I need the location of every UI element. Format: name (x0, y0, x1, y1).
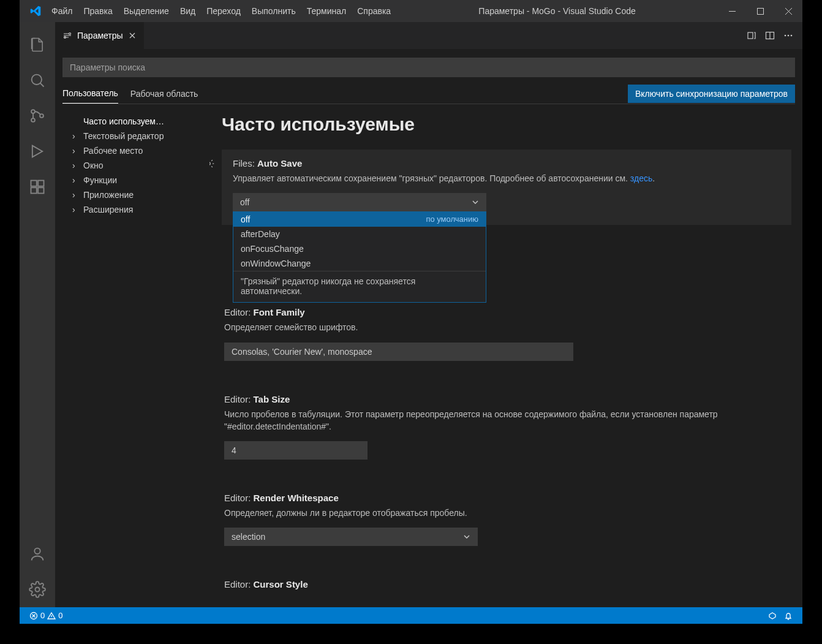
run-debug-icon[interactable] (20, 134, 55, 169)
whitespace-select[interactable]: selection (224, 528, 478, 546)
svg-rect-6 (31, 181, 37, 186)
gear-icon[interactable] (209, 158, 214, 169)
section-title: Часто используемые (222, 114, 791, 135)
tab-bar: Параметры (55, 22, 802, 49)
open-changes-icon[interactable] (742, 26, 761, 45)
toc-features[interactable]: ›Функции (62, 173, 203, 188)
settings-toc: Часто используем… ›Текстовый редактор ›Р… (62, 114, 209, 607)
svg-point-4 (31, 118, 35, 122)
option-onwindowchange[interactable]: onWindowChange (233, 256, 486, 271)
toc-workbench[interactable]: ›Рабочее место (62, 143, 203, 158)
chevron-right-icon: › (72, 146, 75, 156)
extensions-icon[interactable] (20, 169, 55, 205)
statusbar: 0 0 (20, 607, 802, 624)
chevron-down-icon (472, 199, 479, 206)
settings-scope-tabs: Пользователь Рабочая область Включить си… (62, 83, 795, 104)
vscode-logo-icon (25, 6, 46, 17)
toc-application[interactable]: ›Приложение (62, 188, 203, 202)
menu-view[interactable]: Вид (175, 0, 201, 22)
svg-point-17 (788, 35, 790, 37)
svg-point-12 (69, 33, 71, 35)
settings-content[interactable]: Часто используемые Files: Auto Save Упра… (209, 114, 795, 607)
close-icon[interactable] (128, 31, 137, 40)
search-input[interactable] (62, 58, 795, 77)
tabsize-label: Editor: Tab Size (224, 394, 789, 404)
autosave-select[interactable]: off offпо умолчанию afterDelay onFocusCh… (233, 193, 486, 211)
settings-icon (62, 31, 72, 40)
tab-label: Параметры (77, 31, 123, 40)
option-onfocuschange[interactable]: onFocusChange (233, 241, 486, 256)
source-control-icon[interactable] (20, 98, 55, 134)
autosave-label: Files: Auto Save (233, 158, 780, 169)
whitespace-label: Editor: Render Whitespace (224, 493, 789, 503)
cursor-label: Editor: Cursor Style (224, 579, 789, 589)
autosave-dropdown: offпо умолчанию afterDelay onFocusChange… (233, 211, 486, 303)
menu-terminal[interactable]: Терминал (301, 0, 352, 22)
menu-edit[interactable]: Правка (78, 0, 118, 22)
svg-point-19 (209, 162, 210, 165)
setting-whitespace: Editor: Render Whitespace Определяет, до… (222, 484, 791, 559)
close-button[interactable] (774, 0, 802, 22)
setting-cursor: Editor: Cursor Style (222, 570, 791, 607)
toc-text-editor[interactable]: ›Текстовый редактор (62, 129, 203, 143)
minimize-button[interactable] (718, 0, 746, 22)
chevron-right-icon: › (72, 161, 75, 170)
accounts-icon[interactable] (20, 536, 55, 572)
window-title: Параметры - MoGo - Visual Studio Code (396, 6, 718, 16)
svg-rect-1 (757, 8, 763, 14)
svg-point-3 (31, 110, 35, 113)
tab-settings[interactable]: Параметры (55, 22, 144, 49)
menubar: Файл Правка Выделение Вид Переход Выполн… (46, 0, 396, 22)
status-feedback[interactable] (764, 612, 780, 620)
svg-rect-7 (31, 188, 37, 193)
option-off[interactable]: offпо умолчанию (233, 212, 486, 227)
scope-user-tab[interactable]: Пользователь (62, 83, 118, 104)
svg-point-18 (791, 35, 793, 37)
toc-window[interactable]: ›Окно (62, 158, 203, 173)
svg-rect-9 (38, 181, 43, 186)
svg-rect-0 (729, 11, 736, 12)
menu-selection[interactable]: Выделение (118, 0, 175, 22)
bell-icon (784, 612, 793, 620)
setting-tabsize: Editor: Tab Size Число пробелов в табуля… (222, 385, 791, 474)
menu-run[interactable]: Выполнить (246, 0, 301, 22)
chevron-right-icon: › (72, 205, 75, 214)
menu-help[interactable]: Справка (352, 0, 396, 22)
warning-icon (47, 612, 56, 620)
svg-rect-8 (38, 188, 43, 193)
svg-point-10 (34, 548, 40, 554)
chevron-right-icon: › (72, 175, 75, 185)
chevron-right-icon: › (72, 131, 75, 141)
fontfamily-label: Editor: Font Family (224, 307, 789, 317)
menu-go[interactable]: Переход (201, 0, 246, 22)
svg-point-11 (36, 588, 40, 592)
option-afterdelay[interactable]: afterDelay (233, 227, 486, 241)
toc-extensions[interactable]: ›Расширения (62, 202, 203, 217)
titlebar: Файл Правка Выделение Вид Переход Выполн… (20, 0, 802, 22)
more-icon[interactable] (779, 26, 797, 45)
gear-icon[interactable] (20, 572, 55, 607)
tabsize-input[interactable] (224, 441, 368, 460)
maximize-button[interactable] (746, 0, 774, 22)
explorer-icon[interactable] (20, 27, 55, 63)
activity-bar (20, 22, 55, 607)
whitespace-desc: Определяет, должны ли в редакторе отобра… (224, 507, 789, 519)
status-problems[interactable]: 0 0 (26, 611, 66, 620)
toc-frequently-used[interactable]: Часто используем… (62, 114, 203, 129)
menu-file[interactable]: Файл (46, 0, 78, 22)
enable-sync-button[interactable]: Включить синхронизацию параметров (628, 85, 795, 103)
status-notifications[interactable] (780, 612, 796, 620)
svg-rect-14 (748, 32, 753, 39)
autosave-help-link[interactable]: здесь (630, 173, 652, 183)
tabsize-desc: Число пробелов в табуляции. Этот парамет… (224, 408, 789, 433)
split-editor-icon[interactable] (761, 26, 779, 45)
scope-workspace-tab[interactable]: Рабочая область (130, 84, 198, 104)
search-icon[interactable] (20, 63, 55, 98)
svg-point-2 (32, 75, 42, 85)
error-icon (29, 612, 38, 620)
fontfamily-input[interactable] (224, 343, 573, 361)
setting-fontfamily: Editor: Font Family Определяет семейство… (222, 298, 791, 374)
chevron-right-icon: › (72, 190, 75, 200)
svg-point-16 (785, 35, 786, 37)
svg-point-5 (40, 114, 43, 118)
